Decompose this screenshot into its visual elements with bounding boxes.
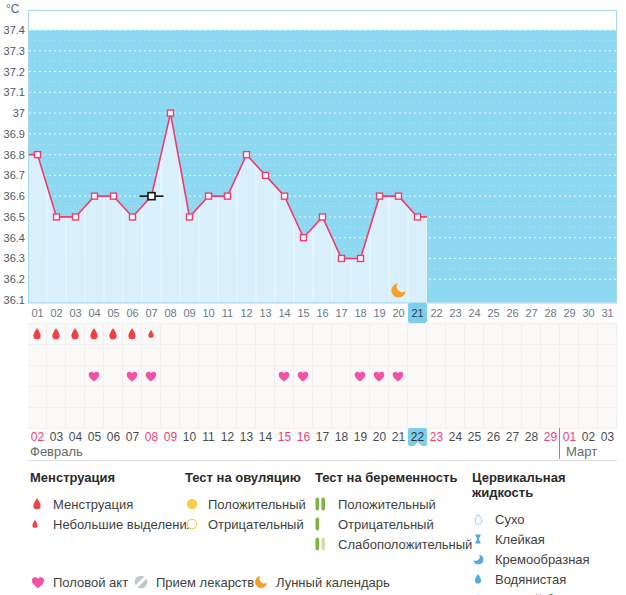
temperature-point[interactable]: [206, 193, 212, 199]
symptom-cell[interactable]: [28, 408, 47, 429]
day-cell[interactable]: 28: [541, 303, 560, 323]
symptom-cell[interactable]: [123, 324, 142, 345]
symptom-cell[interactable]: [180, 387, 199, 408]
symptom-cell[interactable]: [294, 408, 313, 429]
symptom-cell[interactable]: [161, 345, 180, 366]
symptom-cell[interactable]: [408, 387, 427, 408]
symptom-cell[interactable]: [427, 408, 446, 429]
temperature-point[interactable]: [111, 193, 117, 199]
temperature-point[interactable]: [301, 235, 307, 241]
symptom-cell[interactable]: [560, 366, 579, 387]
symptom-cell[interactable]: [541, 408, 560, 429]
symptom-cell[interactable]: [85, 387, 104, 408]
symptom-cell[interactable]: [484, 366, 503, 387]
symptom-cell[interactable]: [351, 366, 370, 387]
day-cell[interactable]: 03: [66, 303, 85, 323]
symptom-cell[interactable]: [465, 408, 484, 429]
symptom-cell[interactable]: [427, 345, 446, 366]
symptom-cell[interactable]: [161, 324, 180, 345]
symptom-cell[interactable]: [332, 324, 351, 345]
day-cell[interactable]: 05: [104, 303, 123, 323]
symptom-cell[interactable]: [237, 366, 256, 387]
symptom-cell[interactable]: [47, 366, 66, 387]
day-cell[interactable]: 10: [199, 303, 218, 323]
temperature-point[interactable]: [377, 193, 383, 199]
symptom-cell[interactable]: [408, 408, 427, 429]
day-cell[interactable]: 25: [484, 303, 503, 323]
symptom-cell[interactable]: [332, 408, 351, 429]
symptom-cell[interactable]: [218, 387, 237, 408]
day-cell[interactable]: 30: [579, 303, 598, 323]
date-cell[interactable]: 08: [142, 428, 161, 446]
symptom-cell[interactable]: [370, 366, 389, 387]
symptom-cell[interactable]: [237, 408, 256, 429]
temperature-point[interactable]: [263, 172, 269, 178]
symptom-cell[interactable]: [332, 387, 351, 408]
symptom-cell[interactable]: [85, 366, 104, 387]
symptom-cell[interactable]: [294, 324, 313, 345]
day-cell-today[interactable]: 21: [408, 303, 427, 323]
day-cell[interactable]: 27: [522, 303, 541, 323]
symptom-cell[interactable]: [142, 408, 161, 429]
date-cell[interactable]: 27: [503, 428, 522, 446]
temperature-point[interactable]: [73, 214, 79, 220]
symptom-cell[interactable]: [275, 408, 294, 429]
symptom-cell[interactable]: [484, 324, 503, 345]
symptom-cell[interactable]: [123, 387, 142, 408]
symptom-cell[interactable]: [598, 324, 617, 345]
symptom-cell[interactable]: [104, 387, 123, 408]
day-cell[interactable]: 18: [351, 303, 370, 323]
symptom-cell[interactable]: [579, 324, 598, 345]
symptom-cell[interactable]: [47, 387, 66, 408]
date-cell[interactable]: 26: [484, 428, 503, 446]
day-cell[interactable]: 01: [28, 303, 47, 323]
day-cell[interactable]: 14: [275, 303, 294, 323]
day-cell[interactable]: 09: [180, 303, 199, 323]
day-cell[interactable]: 31: [598, 303, 617, 323]
symptom-cell[interactable]: [351, 408, 370, 429]
symptom-cell[interactable]: [408, 366, 427, 387]
symptom-cell[interactable]: [503, 324, 522, 345]
symptom-cell[interactable]: [85, 408, 104, 429]
date-cell[interactable]: 03: [598, 428, 617, 446]
date-cell[interactable]: 28: [522, 428, 541, 446]
symptom-cell[interactable]: [446, 324, 465, 345]
symptom-cell[interactable]: [47, 324, 66, 345]
symptom-cell[interactable]: [465, 324, 484, 345]
symptom-cell[interactable]: [598, 408, 617, 429]
symptom-cell[interactable]: [199, 324, 218, 345]
day-cell[interactable]: 23: [446, 303, 465, 323]
symptom-cell[interactable]: [66, 387, 85, 408]
symptom-cell[interactable]: [199, 345, 218, 366]
symptom-cell[interactable]: [522, 387, 541, 408]
symptom-cell[interactable]: [332, 366, 351, 387]
symptom-cell[interactable]: [560, 408, 579, 429]
symptom-cell[interactable]: [389, 408, 408, 429]
symptom-cell[interactable]: [579, 387, 598, 408]
symptom-cell[interactable]: [161, 387, 180, 408]
symptom-cell[interactable]: [522, 345, 541, 366]
symptom-cell[interactable]: [275, 324, 294, 345]
date-cell[interactable]: 17: [313, 428, 332, 446]
temperature-point[interactable]: [244, 152, 250, 158]
symptom-cell[interactable]: [123, 345, 142, 366]
date-cell[interactable]: 19: [351, 428, 370, 446]
symptom-cell[interactable]: [199, 408, 218, 429]
day-cell[interactable]: 12: [237, 303, 256, 323]
symptom-cell[interactable]: [484, 387, 503, 408]
symptom-cell[interactable]: [28, 324, 47, 345]
symptom-cell[interactable]: [560, 387, 579, 408]
temperature-point[interactable]: [282, 193, 288, 199]
symptom-cell[interactable]: [123, 408, 142, 429]
symptom-cell[interactable]: [389, 324, 408, 345]
symptom-cell[interactable]: [199, 366, 218, 387]
symptom-cell[interactable]: [541, 324, 560, 345]
day-cell[interactable]: 24: [465, 303, 484, 323]
date-cell[interactable]: 21: [389, 428, 408, 446]
date-cell[interactable]: 12: [218, 428, 237, 446]
day-cell[interactable]: 20: [389, 303, 408, 323]
symptom-cell[interactable]: [598, 345, 617, 366]
symptom-cell[interactable]: [66, 324, 85, 345]
symptom-cell[interactable]: [275, 345, 294, 366]
symptom-cell[interactable]: [389, 345, 408, 366]
